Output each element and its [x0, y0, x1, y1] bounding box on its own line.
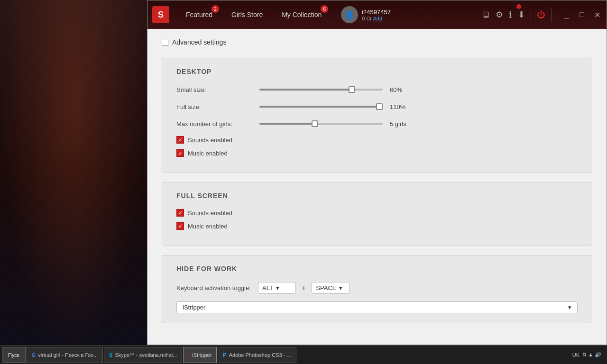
tab-my-collection[interactable]: My Collection 6: [272, 0, 331, 29]
small-size-row: Small size: 60%: [176, 85, 578, 94]
close-button[interactable]: ✕: [592, 10, 602, 19]
slider-fill-girls: [259, 123, 315, 125]
slider-track: [259, 89, 383, 91]
slider-track-full: [259, 106, 383, 108]
small-size-slider[interactable]: [259, 85, 383, 94]
slider-thumb-full[interactable]: [376, 103, 383, 110]
full-size-row: Full size: 110%: [176, 102, 578, 111]
fullscreen-section-title: FULL SCREEN: [176, 192, 578, 200]
tray-icons: ⇅ ▲ 🔊: [582, 352, 601, 358]
taskbar-item-istripper[interactable]: i iStripper: [183, 347, 217, 363]
monitor-icon[interactable]: 🖥: [481, 10, 490, 20]
max-girls-row: Max number of girls: 5 girls: [176, 119, 578, 128]
plus-symbol: +: [302, 284, 306, 292]
advanced-settings-row: Advanced settings: [162, 38, 592, 46]
content-area: Advanced settings DESKTOP Small size: 60…: [147, 29, 607, 345]
desktop-sounds-label: Sounds enabled: [188, 136, 232, 144]
titlebar: S Featured 2 Girls Store My Collection 6…: [147, 0, 607, 29]
keyboard-toggle-label: Keyboard activation toggle:: [176, 284, 252, 291]
tab-girls-store[interactable]: Girls Store: [222, 0, 272, 29]
desktop-sounds-checkbox[interactable]: [176, 136, 184, 144]
photoshop-icon: P: [223, 352, 226, 358]
action-separator: [531, 8, 531, 22]
slider-fill-full: [259, 106, 383, 108]
notification-dot: [516, 4, 521, 9]
slider-thumb-girls[interactable]: [312, 120, 318, 127]
advanced-settings-label[interactable]: Advanced settings: [172, 38, 226, 46]
key2-chevron: ▾: [339, 284, 342, 291]
tab-featured[interactable]: Featured 2: [176, 0, 222, 29]
fullscreen-section: FULL SCREEN Sounds enabled Music enabled: [162, 182, 592, 246]
small-size-label: Small size:: [176, 86, 252, 93]
full-size-label: Full size:: [176, 103, 252, 110]
key1-chevron: ▾: [276, 284, 279, 291]
key2-label: SPACE: [316, 284, 336, 291]
tab-featured-label: Featured: [186, 11, 212, 18]
max-girls-label: Max number of girls:: [176, 120, 252, 127]
slider-thumb[interactable]: [349, 86, 355, 93]
download-icon[interactable]: ⬇: [518, 9, 525, 20]
minimize-button[interactable]: _: [562, 10, 571, 19]
collection-badge: 6: [321, 5, 328, 13]
full-size-value: 110%: [390, 103, 414, 110]
app-logo: S: [152, 6, 169, 23]
username: i24597457: [362, 9, 391, 16]
key1-dropdown[interactable]: ALT ▾: [258, 282, 296, 294]
titlebar-separator: [336, 5, 336, 24]
key2-dropdown[interactable]: SPACE ▾: [312, 282, 349, 294]
skype-icon: S: [109, 352, 112, 358]
work-section-title: HIDE FOR WORK: [176, 265, 578, 273]
desktop-music-checkbox[interactable]: [176, 149, 184, 157]
desktop-music-row: Music enabled: [176, 149, 578, 157]
user-credits: 0 Cr Add: [362, 16, 391, 21]
advanced-settings-checkbox[interactable]: [162, 39, 168, 46]
featured-badge: 2: [212, 5, 219, 13]
full-size-slider[interactable]: [259, 102, 383, 111]
slider-fill: [259, 89, 352, 91]
tray-lang: UK: [572, 352, 579, 358]
max-girls-slider[interactable]: [259, 119, 383, 128]
app-dropdown-row: iStripper ▾: [176, 301, 578, 313]
desktop-sounds-row: Sounds enabled: [176, 136, 578, 144]
desktop-music-label: Music enabled: [188, 150, 228, 157]
small-size-value: 60%: [390, 86, 414, 93]
settings-icon[interactable]: ⚙: [496, 9, 503, 20]
taskbar: Пуск G virtual girl - Поиск в Гоо... S S…: [0, 345, 607, 364]
taskbar-item-google[interactable]: G virtual girl - Поиск в Гоо...: [27, 347, 103, 363]
avatar: 👤: [341, 6, 358, 23]
fullscreen-sounds-checkbox[interactable]: [176, 209, 184, 217]
google-icon: G: [32, 352, 36, 358]
power-icon[interactable]: ⏻: [537, 10, 545, 20]
fullscreen-music-label: Music enabled: [188, 223, 228, 230]
taskbar-istripper-label: iStripper: [192, 352, 212, 358]
app-selector-dropdown[interactable]: iStripper ▾: [176, 301, 578, 313]
istripper-icon: i: [188, 352, 190, 358]
tab-my-collection-label: My Collection: [282, 11, 322, 18]
fullscreen-music-checkbox[interactable]: [176, 222, 184, 230]
taskbar-skype-label: Skype™ - svetlana.mihal...: [115, 352, 177, 358]
key1-label: ALT: [262, 284, 273, 291]
fullscreen-music-row: Music enabled: [176, 222, 578, 230]
add-credits-link[interactable]: Add: [373, 16, 382, 21]
info-icon[interactable]: ℹ: [509, 9, 512, 20]
desktop-section-title: DESKTOP: [176, 68, 578, 75]
taskbar-item-photoshop[interactable]: P Adobe Photoshop CS3 - ...: [218, 347, 296, 363]
start-button[interactable]: Пуск: [2, 347, 26, 363]
keyboard-toggle-row: Keyboard activation toggle: ALT ▾ + SPAC…: [176, 282, 578, 294]
taskbar-item-skype[interactable]: S Skype™ - svetlana.mihal...: [104, 347, 182, 363]
slider-track-girls: [259, 123, 383, 125]
bg-left-panel: [0, 0, 147, 360]
credits-amount: 0 Cr: [362, 16, 372, 21]
maximize-button[interactable]: □: [577, 10, 587, 19]
fullscreen-sounds-label: Sounds enabled: [188, 209, 232, 217]
max-girls-value: 5 girls: [390, 120, 414, 127]
user-area: 👤 i24597457 0 Cr Add: [341, 6, 391, 23]
desktop-section: DESKTOP Small size: 60% Full size:: [162, 58, 592, 173]
fullscreen-sounds-row: Sounds enabled: [176, 209, 578, 217]
taskbar-photoshop-label: Adobe Photoshop CS3 - ...: [229, 352, 291, 358]
tab-girls-store-label: Girls Store: [231, 11, 263, 18]
action-separator-2: [551, 8, 552, 22]
avatar-icon: 👤: [345, 10, 354, 19]
titlebar-actions: 🖥 ⚙ ℹ ⬇ ⏻ _ □ ✕: [481, 8, 602, 22]
taskbar-tray: UK ⇅ ▲ 🔊: [572, 352, 605, 358]
